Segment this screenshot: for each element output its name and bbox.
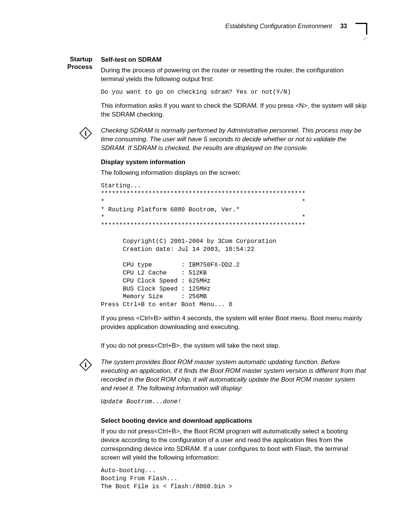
corner-dots: ····· xyxy=(361,35,368,42)
code-block: Auto-booting... Booting From Flash... Th… xyxy=(101,467,367,490)
svg-text:i: i xyxy=(84,360,87,369)
corner-decoration-icon: ····· xyxy=(355,23,367,35)
info-icon: i xyxy=(44,358,101,372)
body-paragraph: If you do not press<Ctrl+B>, the Boot RO… xyxy=(101,427,367,462)
body-paragraph: The following information displays on th… xyxy=(101,169,367,177)
body-paragraph: During the process of powering on the ro… xyxy=(101,66,367,84)
section-heading: Self-test on SDRAM xyxy=(101,56,367,64)
section-row: Display system information The following… xyxy=(44,158,367,355)
note-text-body: The system provides Boot ROM master syst… xyxy=(101,358,366,392)
note-text: The system provides Boot ROM master syst… xyxy=(101,358,367,412)
code-block: Starting... ****************************… xyxy=(101,182,367,309)
section-heading: Select booting device and download appli… xyxy=(101,417,367,425)
page-number: 33 xyxy=(340,23,347,30)
info-icon: i xyxy=(44,126,101,140)
body-paragraph: If you press <Ctrl+B> within 4 seconds, … xyxy=(101,314,367,332)
header-section-title: Establishing Configuration Environment xyxy=(225,23,332,30)
section-content: Select booting device and download appli… xyxy=(101,417,367,496)
document-page: Establishing Configuration Environment 3… xyxy=(0,0,411,526)
note-block: i Checking SDRAM is normally performed b… xyxy=(44,126,367,153)
left-margin-label: Startup Process xyxy=(44,56,101,71)
svg-text:i: i xyxy=(84,129,87,137)
page-header: Establishing Configuration Environment 3… xyxy=(44,23,367,35)
note-text: Checking SDRAM is normally performed by … xyxy=(101,126,367,153)
section-content: Self-test on SDRAM During the process of… xyxy=(101,56,367,123)
body-paragraph: This information asks if you want to che… xyxy=(101,102,367,119)
section-heading: Display system information xyxy=(101,158,367,167)
code-block: Do you want to go on checking sdram? Yes… xyxy=(101,88,367,96)
section-row: Startup Process Self-test on SDRAM Durin… xyxy=(44,56,367,123)
body-paragraph: If you do not press<Ctrl+B>, the system … xyxy=(101,342,367,350)
section-content: Display system information The following… xyxy=(101,158,367,355)
code-block-italic: Update Bootrom...done! xyxy=(101,398,367,406)
note-block: i The system provides Boot ROM master sy… xyxy=(44,358,367,412)
section-row: Select booting device and download appli… xyxy=(44,417,367,496)
